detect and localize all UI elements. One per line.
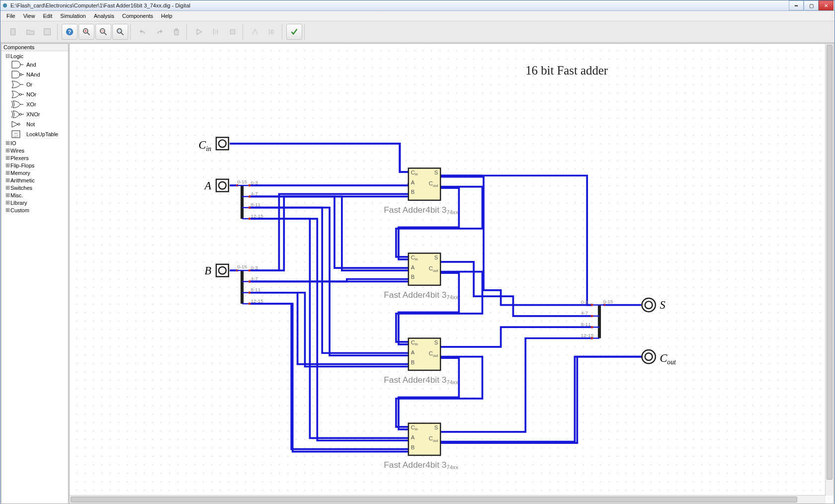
adder-block-2[interactable] xyxy=(409,253,440,285)
adder-block-3[interactable] xyxy=(409,338,440,370)
vertical-scrollbar[interactable] xyxy=(825,44,834,496)
svg-text:Fast Adder4bit 374xx: Fast Adder4bit 374xx xyxy=(384,205,458,216)
menu-edit[interactable]: Edit xyxy=(39,12,56,20)
svg-text:Fast Adder4bit 374xx: Fast Adder4bit 374xx xyxy=(384,460,458,471)
tree-library[interactable]: ⊞Library xyxy=(2,199,67,206)
tree-gate-nor[interactable]: NOr xyxy=(2,89,67,99)
svg-line-9 xyxy=(104,33,107,35)
svg-text:A: A xyxy=(203,179,211,192)
redo-button[interactable] xyxy=(152,24,167,40)
tree-gate-and[interactable]: And xyxy=(2,60,67,70)
tree-gate-nand[interactable]: NAnd xyxy=(2,70,67,80)
svg-text:B: B xyxy=(204,264,211,277)
menu-simulation[interactable]: Simulation xyxy=(56,12,89,20)
svg-text:Cin: Cin xyxy=(199,139,212,153)
open-file-button[interactable] xyxy=(22,24,38,40)
window-title: E:\Flash_card\Electronics\Computer\1\Fas… xyxy=(10,2,789,8)
undo-button[interactable] xyxy=(135,24,151,40)
step-button[interactable] xyxy=(247,24,263,40)
svg-rect-14 xyxy=(231,30,235,34)
new-file-button[interactable] xyxy=(5,24,21,40)
svg-rect-0 xyxy=(11,29,15,35)
app-window: E:\Flash_card\Electronics\Computer\1\Fas… xyxy=(0,0,835,504)
components-title: Components xyxy=(1,44,68,51)
tree-wires[interactable]: ⊞Wires xyxy=(2,147,67,154)
svg-point-22 xyxy=(19,113,21,115)
svg-line-12 xyxy=(121,33,124,35)
body: Components ⊟Logic And NAnd Or NOr xyxy=(0,43,835,504)
run-button[interactable] xyxy=(191,24,207,40)
tree-plexers[interactable]: ⊞Plexers xyxy=(2,154,67,162)
fast-forward-button[interactable] xyxy=(264,24,280,40)
circuit-title: 16 bit Fast adder xyxy=(525,64,608,77)
tree-gate-or[interactable]: Or xyxy=(2,80,67,89)
menu-help[interactable]: Help xyxy=(157,12,176,20)
input-cin[interactable] xyxy=(216,137,229,150)
svg-text:Fast Adder4bit 374xx: Fast Adder4bit 374xx xyxy=(384,375,458,386)
zoom-in-button[interactable] xyxy=(79,24,94,40)
components-tree: ⊟Logic And NAnd Or NOr xyxy=(1,51,68,217)
menubar: File View Edit Simulation Analysis Compo… xyxy=(0,11,835,21)
titlebar: E:\Flash_card\Electronics\Computer\1\Fas… xyxy=(0,0,835,11)
adder-block-4[interactable] xyxy=(409,423,440,455)
tree-switches[interactable]: ⊞Switches xyxy=(2,184,67,191)
svg-text:Fast Adder4bit 374xx: Fast Adder4bit 374xx xyxy=(384,290,458,301)
svg-point-11 xyxy=(117,29,122,33)
svg-text:?: ? xyxy=(68,29,72,35)
tree-gate-xor[interactable]: XOr xyxy=(2,99,67,109)
svg-text:LUT: LUT xyxy=(13,135,18,138)
components-panel: Components ⊟Logic And NAnd Or NOr xyxy=(1,43,69,504)
tree-arithmetic[interactable]: ⊞Arithmetic xyxy=(2,176,67,184)
toolbar: ? xyxy=(0,21,835,43)
horizontal-scrollbar[interactable] xyxy=(70,495,826,504)
help-button[interactable]: ? xyxy=(62,24,78,40)
svg-line-5 xyxy=(87,33,90,35)
svg-text:S: S xyxy=(660,299,665,311)
check-button[interactable] xyxy=(286,24,302,40)
svg-point-16 xyxy=(20,74,22,76)
output-s[interactable] xyxy=(642,298,655,312)
tree-logic[interactable]: ⊟Logic xyxy=(2,52,67,60)
input-a[interactable] xyxy=(216,179,229,192)
schematic-canvas[interactable]: Cin A B S Cout xyxy=(69,43,834,504)
minimize-button[interactable]: ━ xyxy=(789,0,804,10)
tree-io[interactable]: ⊞IO xyxy=(2,139,67,147)
zoom-out-button[interactable] xyxy=(95,24,111,40)
zoom-fit-button[interactable] xyxy=(112,24,128,40)
app-icon xyxy=(1,2,8,9)
menu-file[interactable]: File xyxy=(2,12,19,20)
tree-gate-not[interactable]: Not xyxy=(2,119,67,129)
menu-components[interactable]: Components xyxy=(118,12,157,20)
window-buttons: ━ ▢ ✕ xyxy=(789,0,834,10)
menu-view[interactable]: View xyxy=(19,12,39,20)
stop-button[interactable] xyxy=(225,24,241,40)
menu-analysis[interactable]: Analysis xyxy=(90,12,118,20)
maximize-button[interactable]: ▢ xyxy=(804,0,819,10)
tree-custom[interactable]: ⊞Custom xyxy=(2,206,67,214)
tree-misc[interactable]: ⊞Misc. xyxy=(2,191,67,199)
tree-gate-lut[interactable]: outLUT LookUpTable xyxy=(2,129,67,139)
run-to-break-button[interactable] xyxy=(208,24,224,40)
input-b[interactable] xyxy=(216,264,229,277)
close-button[interactable]: ✕ xyxy=(819,0,834,10)
tree-flipflops[interactable]: ⊞Flip-Flops xyxy=(2,162,67,169)
save-file-button[interactable] xyxy=(39,24,55,40)
svg-text:Cout: Cout xyxy=(660,352,676,366)
output-cout[interactable] xyxy=(642,350,655,363)
svg-rect-1 xyxy=(44,29,51,35)
tree-memory[interactable]: ⊞Memory xyxy=(2,169,67,176)
adder-block-1[interactable] xyxy=(409,168,440,200)
schematic: Cin A B S Cout xyxy=(70,44,834,504)
tree-gate-xnor[interactable]: XNOr xyxy=(2,109,67,119)
delete-button[interactable] xyxy=(168,24,184,40)
